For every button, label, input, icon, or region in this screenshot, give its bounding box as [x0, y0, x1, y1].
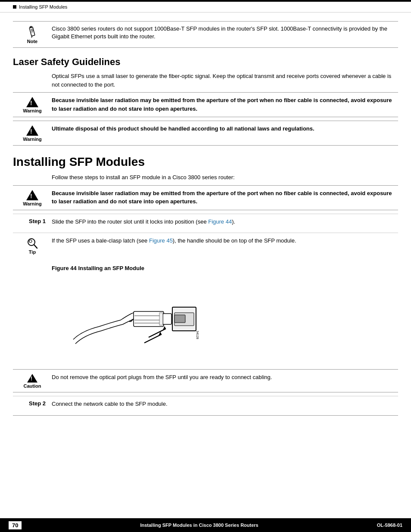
tip-label: Tip: [29, 249, 36, 255]
svg-line-8: [34, 245, 37, 248]
warning-content-3: Because invisible laser radiation may be…: [52, 189, 398, 206]
warning-block-1: Warning Because invisible laser radiatio…: [13, 92, 398, 117]
step-1-block: Step 1 Slide the SFP into the router slo…: [13, 214, 398, 230]
caution-block: Caution Do not remove the optical port p…: [13, 369, 398, 392]
laser-safety-heading: Laser Safety Guidelines: [13, 56, 398, 68]
warning-label-2: Warning: [23, 137, 42, 142]
caution-content: Do not remove the optical port plugs fro…: [52, 373, 398, 382]
tip-block: Tip If the SFP uses a bale-clasp latch (…: [13, 233, 398, 258]
tip-icon: [27, 237, 38, 249]
svg-text:94128: 94128: [196, 331, 199, 339]
tip-figure-link[interactable]: Figure 45: [149, 237, 173, 244]
hand-illustration: 94128: [73, 307, 199, 344]
step-1-content: Slide the SFP into the router slot until…: [52, 218, 398, 226]
step-1-text-before: Slide the SFP into the router slot until…: [52, 218, 208, 225]
svg-line-2: [31, 29, 33, 30]
svg-rect-17: [174, 315, 185, 323]
note-content: Cisco 3800 series routers do not support…: [52, 25, 398, 40]
footer-doc: OL-5968-01: [377, 523, 402, 528]
note-block: Note Cisco 3800 series routers do not su…: [13, 21, 398, 48]
warning-content-1: Because invisible laser radiation may be…: [52, 96, 398, 113]
svg-rect-0: [29, 27, 35, 36]
bottom-divider: [13, 415, 398, 416]
caution-icon: [27, 374, 37, 383]
warning-icon-1: [26, 97, 38, 107]
warning-label-area-1: Warning: [13, 96, 52, 113]
tip-text-before: If the SFP uses a bale-clasp latch (see: [52, 237, 149, 244]
warning-label-area-3: Warning: [13, 189, 52, 206]
svg-line-4: [31, 32, 33, 32]
step-1-figure-link[interactable]: Figure 44: [208, 218, 232, 225]
note-label: Note: [27, 39, 37, 44]
note-icon: [26, 26, 39, 39]
footer-title: Installing SFP Modules in Cisco 3800 Ser…: [140, 523, 258, 528]
warning-block-3: Warning Because invisible laser radiatio…: [13, 185, 398, 210]
warning-icon-3: [26, 190, 38, 200]
figure-44-caption: Figure 44 Installing an SFP Module: [52, 265, 398, 271]
header-bullet: [13, 5, 16, 9]
figure-44-container: Figure 44 Installing an SFP Module: [52, 265, 398, 362]
footer-page: 70: [9, 521, 22, 529]
step-1-text-after: ).: [232, 218, 235, 225]
step-2-content: Connect the network cable to the SFP mod…: [52, 400, 398, 408]
note-label-area: Note: [13, 25, 52, 44]
sfp-figure: 94128: [65, 275, 202, 361]
svg-rect-14: [159, 313, 163, 325]
installing-heading: Installing SFP Modules: [13, 155, 398, 169]
svg-rect-10: [163, 314, 171, 324]
tip-label-area: Tip: [13, 236, 52, 255]
tip-content: If the SFP uses a bale-clasp latch (see …: [52, 236, 398, 245]
svg-point-7: [29, 240, 32, 243]
figure-44-caption-prefix: Figure 44: [52, 265, 78, 271]
warning-icon-2: [26, 125, 38, 136]
header-breadcrumb: Installing SFP Modules: [19, 4, 67, 9]
main-content: Note Cisco 3800 series routers do not su…: [0, 12, 411, 424]
caution-label: Caution: [24, 383, 41, 389]
svg-line-3: [31, 30, 34, 31]
installing-intro: Follow these steps to install an SFP mod…: [52, 173, 398, 182]
warning-label-1: Warning: [23, 108, 42, 113]
laser-safety-body: Optical SFPs use a small laser to genera…: [52, 72, 398, 89]
tip-text-after: ), the handle should be on top of the SF…: [173, 237, 296, 244]
footer: 70 Installing SFP Modules in Cisco 3800 …: [0, 518, 411, 532]
step-2-block: Step 2 Connect the network cable to the …: [13, 396, 398, 412]
page-header: Installing SFP Modules: [0, 2, 411, 12]
warning-block-2: Warning Ultimate disposal of this produc…: [13, 121, 398, 146]
step-2-label: Step 2: [13, 400, 52, 407]
caution-label-area: Caution: [13, 373, 52, 389]
svg-rect-9: [134, 311, 164, 327]
warning-label-area-2: Warning: [13, 124, 52, 142]
step-1-label: Step 1: [13, 218, 52, 224]
warning-label-3: Warning: [23, 201, 42, 206]
figure-44-caption-text: Installing an SFP Module: [78, 265, 144, 271]
warning-content-2: Ultimate disposal of this product should…: [52, 124, 398, 133]
